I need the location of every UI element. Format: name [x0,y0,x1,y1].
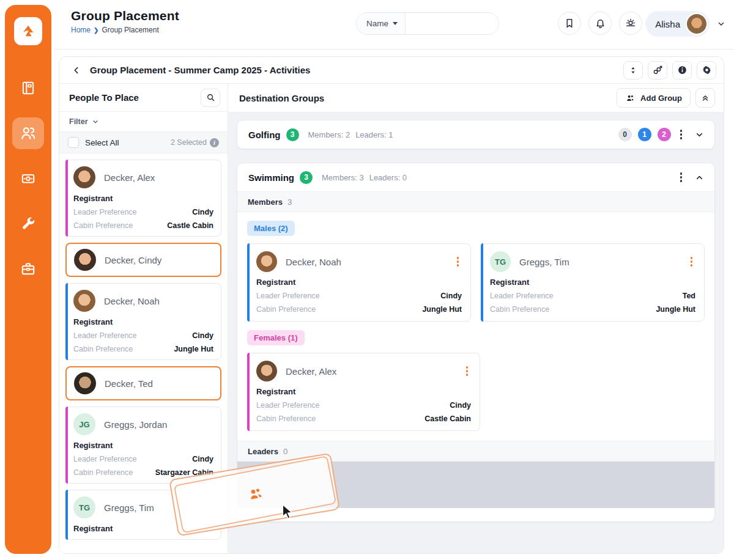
add-group-button[interactable]: Add Group [617,88,691,108]
board-title: Group Placement - Summer Camp 2025 - Act… [90,65,310,75]
avatar [73,290,95,312]
person-card-head: TG Greggs, Tim [73,496,213,518]
gear-icon [702,65,712,75]
spacer [490,353,705,431]
destination-groups-panel: Destination Groups Add Group [228,84,724,553]
filter-dropdown[interactable]: Filter [59,112,228,131]
members-section-count: 3 [287,197,292,207]
leader-preference-row: Leader Preference Cindy [256,292,462,300]
search-category-label: Name [366,19,388,28]
cabin-preference-label: Cabin Preference [73,468,133,477]
cabin-preference-row: Cabin Preference Castle Cabin [256,414,471,423]
select-all-row: Select All 2 Selected i [59,131,228,153]
sidebar-item-group-placement[interactable] [12,117,44,149]
registrant-label: Registrant [490,278,695,287]
people-panel-header: People To Place [59,84,228,112]
collapse-group-button[interactable] [691,169,707,185]
group-menu-button[interactable] [677,128,686,141]
groups-panel-actions: Add Group [617,88,715,108]
people-search-button[interactable] [201,89,220,107]
group-menu-button[interactable] [677,171,686,183]
person-card-greggs-tim[interactable]: TG Greggs, Tim Registrant [65,490,221,540]
person-card-decker-cindy[interactable]: Decker, Cindy [65,243,221,277]
sidebar-item-payments[interactable] [12,163,44,194]
cabin-preference-label: Cabin Preference [256,305,316,314]
info-icon [677,65,688,75]
sidebar-item-journal[interactable] [12,72,44,104]
page-title: Group Placement [71,9,179,23]
group-name: Golfing [248,130,281,140]
member-menu-button[interactable] [688,256,696,268]
leader-preference-label: Leader Preference [256,401,320,410]
breadcrumb-home-link[interactable]: Home [71,26,91,34]
leaders-drop-zone[interactable] [237,462,714,508]
settings-button[interactable] [697,61,716,79]
title-block: Group Placement Home ❯ Group Placement [71,9,179,34]
global-search: Name [356,12,499,35]
cabin-preference-row: Cabin Preference Jungle Hut [73,345,213,353]
leader-preference-row: Leader Preference Cindy [73,331,213,340]
select-all-checkbox[interactable] [68,137,79,148]
person-card-head: JG Greggs, Jordan [73,413,213,435]
group-name: Swimming [248,172,294,183]
leader-preference-label: Leader Preference [73,455,137,463]
breadcrumb-separator: ❯ [94,27,98,34]
collapse-all-button[interactable] [695,88,715,108]
avatar [256,361,277,381]
people-list: Decker, Alex Registrant Leader Preferenc… [59,153,228,553]
group-members-meta: Members: 3 [322,173,364,182]
member-card-decker-alex[interactable]: Decker, Alex Registrant Leader Preferenc… [247,353,480,431]
expand-group-button[interactable] [691,127,707,142]
add-group-icon [625,94,636,103]
avatar [74,249,96,271]
cabin-preference-row: Cabin Preference Stargazer Cabin [73,468,213,477]
cabin-preference-label: Cabin Preference [490,305,549,314]
member-menu-button[interactable] [463,365,472,377]
search-category-dropdown[interactable]: Name [357,13,406,34]
sidebar-item-briefcase[interactable] [12,253,44,285]
registrant-label: Registrant [73,441,213,450]
sidebar-item-tools[interactable] [12,208,44,240]
leader-preference-value: Cindy [192,331,213,340]
person-name: Decker, Alex [104,172,155,183]
back-chevron-icon[interactable] [72,65,81,75]
leader-preference-label: Leader Preference [490,292,554,300]
person-card-greggs-jordan[interactable]: JG Greggs, Jordan Registrant Leader Pref… [65,407,221,484]
member-card-greggs-tim[interactable]: TG Greggs, Tim Registrant Leader Prefere… [481,243,705,322]
sort-button[interactable] [623,61,643,79]
chevron-down-icon[interactable] [717,20,725,28]
group-header-swimming[interactable]: Swimming 3 Members: 3 Leaders: 0 [237,163,714,191]
board-header: Group Placement - Summer Camp 2025 - Act… [59,57,724,84]
member-card-decker-noah[interactable]: Decker, Noah Registrant Leader Preferenc… [247,243,471,322]
leader-preference-label: Leader Preference [73,208,137,216]
chevron-down-icon [393,22,398,25]
info-button[interactable] [672,61,692,79]
person-card-decker-noah[interactable]: Decker, Noah Registrant Leader Preferenc… [65,283,221,360]
user-menu[interactable]: Alisha [645,11,710,37]
people-panel-title: People To Place [69,92,139,103]
person-card-head: Decker, Alex [73,166,213,188]
person-card-decker-alex[interactable]: Decker, Alex Registrant Leader Preferenc… [65,160,221,237]
sidebar-nav [12,72,44,285]
cabin-preference-row: Cabin Preference Castle Cabin [73,221,213,230]
search-input[interactable] [406,13,499,34]
member-card-head: TG Greggs, Tim [490,251,695,272]
person-card-decker-ted[interactable]: Decker, Ted [65,366,221,400]
gender-view-button[interactable] [648,61,667,79]
group-header-golfing[interactable]: Golfing 3 Members: 2 Leaders: 1 0 1 2 [237,120,714,149]
avatar [74,372,96,394]
selected-status: 2 Selected i [171,138,219,147]
gender-icon [652,65,663,76]
members-section-label: Members [248,197,283,207]
theme-toggle-button[interactable] [619,12,642,35]
notifications-button[interactable] [588,12,612,35]
cabin-preference-label: Cabin Preference [73,221,133,230]
group-leaders-meta: Leaders: 1 [355,130,393,139]
double-chevron-up-icon [701,94,710,102]
member-card-head: Decker, Noah [256,251,462,272]
app-logo[interactable] [14,17,42,45]
member-menu-button[interactable] [454,256,462,268]
bookmark-icon [564,18,575,29]
info-icon[interactable]: i [210,138,219,147]
bookmark-button[interactable] [558,12,581,35]
